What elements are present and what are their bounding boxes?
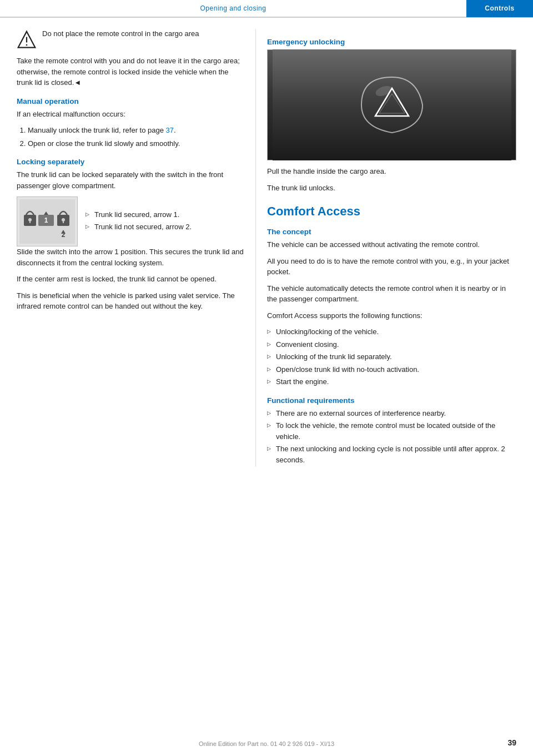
footer: Online Edition for Part no. 01 40 2 926 … — [0, 740, 533, 747]
locking-separately-section: Locking separately The trunk lid can be … — [17, 158, 244, 312]
slide-text-2: If the center arm rest is locked, the tr… — [17, 274, 244, 285]
emergency-desc-2: The trunk lid unlocks. — [267, 183, 516, 194]
concept-para-1: The vehicle can be accessed without acti… — [267, 239, 516, 250]
concept-bullet-1: Unlocking/locking of the vehicle. — [267, 326, 516, 337]
svg-text:1: 1 — [44, 216, 48, 224]
concept-para-3: The vehicle automatically detects the re… — [267, 283, 516, 305]
func-bullet-1: There are no external sources of interfe… — [267, 408, 516, 419]
svg-point-2 — [26, 44, 28, 46]
slide-text-3: This is beneficial when the vehicle is p… — [17, 290, 244, 312]
switch-image: 1 2 — [17, 196, 78, 246]
concept-bullet-3: Unlocking of the trunk lid separately. — [267, 351, 516, 362]
locking-separately-desc: The trunk lid can be locked separately w… — [17, 169, 244, 191]
manual-operation-desc: If an electrical malfunction occurs: — [17, 109, 244, 120]
concept-bullet-4: Open/close trunk lid with no-touch activ… — [267, 364, 516, 375]
controls-label: Controls — [485, 4, 514, 12]
switch-bullets: Trunk lid secured, arrow 1. Trunk lid no… — [86, 209, 192, 234]
header-section-right: Controls — [466, 0, 533, 17]
right-column: Emergency unlocking — [255, 29, 533, 467]
concept-bullet-2: Convenient closing. — [267, 339, 516, 350]
opening-closing-label: Opening and closing — [200, 4, 266, 12]
step-2-text: Open or close the trunk lid slowly and s… — [28, 139, 180, 148]
emergency-image — [267, 49, 516, 160]
warning-text: Do not place the remote control in the c… — [42, 29, 199, 39]
switch-image-row: 1 2 Trunk lid secured, arrow 1 — [17, 196, 244, 246]
page-link-37[interactable]: 37 — [166, 126, 174, 134]
page-header: Opening and closing Controls — [0, 0, 533, 18]
page-number: 39 — [507, 738, 516, 747]
svg-rect-15 — [273, 49, 511, 160]
concept-para-2: All you need to do is to have the remote… — [267, 256, 516, 278]
switch-bullet-list: Trunk lid secured, arrow 1. Trunk lid no… — [86, 209, 192, 233]
comfort-access-heading: Comfort Access — [267, 204, 516, 219]
main-content: Do not place the remote control in the c… — [0, 18, 533, 467]
comfort-access-section: Comfort Access The concept The vehicle c… — [267, 204, 516, 465]
concept-bullet-5: Start the engine. — [267, 376, 516, 387]
left-column: Do not place the remote control in the c… — [0, 29, 255, 467]
emergency-desc-1: Pull the handle inside the cargo area. — [267, 166, 516, 177]
concept-bullets: Unlocking/locking of the vehicle. Conven… — [267, 326, 516, 387]
concept-para-4: Comfort Access supports the following fu… — [267, 310, 516, 321]
emergency-unlocking-heading: Emergency unlocking — [267, 38, 516, 46]
manual-operation-heading: Manual operation — [17, 97, 244, 105]
warning-icon — [17, 30, 37, 50]
func-bullet-3: The next unlocking and locking cycle is … — [267, 443, 516, 465]
concept-section: The concept The vehicle can be accessed … — [267, 228, 516, 387]
manual-operation-steps: Manually unlock the trunk lid, refer to … — [28, 125, 244, 149]
functional-requirements-bullets: There are no external sources of interfe… — [267, 408, 516, 466]
locking-separately-heading: Locking separately — [17, 158, 244, 166]
bullet-not-secured: Trunk lid not secured, arrow 2. — [86, 221, 192, 233]
step-2: Open or close the trunk lid slowly and s… — [28, 138, 244, 149]
warning-box: Do not place the remote control in the c… — [17, 29, 244, 50]
manual-operation-section: Manual operation If an electrical malfun… — [17, 97, 244, 149]
emergency-unlocking-section: Emergency unlocking — [267, 38, 516, 193]
step-1: Manually unlock the trunk lid, refer to … — [28, 125, 244, 136]
functional-requirements-section: Functional requirements There are no ext… — [267, 396, 516, 466]
concept-heading: The concept — [267, 228, 516, 236]
footer-text: Online Edition for Part no. 01 40 2 926 … — [199, 740, 334, 747]
functional-requirements-heading: Functional requirements — [267, 396, 516, 405]
bullet-secured: Trunk lid secured, arrow 1. — [86, 209, 192, 220]
step-1-text: Manually unlock the trunk lid, refer to … — [28, 126, 176, 134]
intro-paragraph: Take the remote control with you and do … — [17, 56, 244, 88]
func-bullet-2: To lock the vehicle, the remote control … — [267, 420, 516, 442]
header-section-left: Opening and closing — [0, 4, 466, 12]
slide-text-1: Slide the switch into the arrow 1 positi… — [17, 246, 244, 268]
